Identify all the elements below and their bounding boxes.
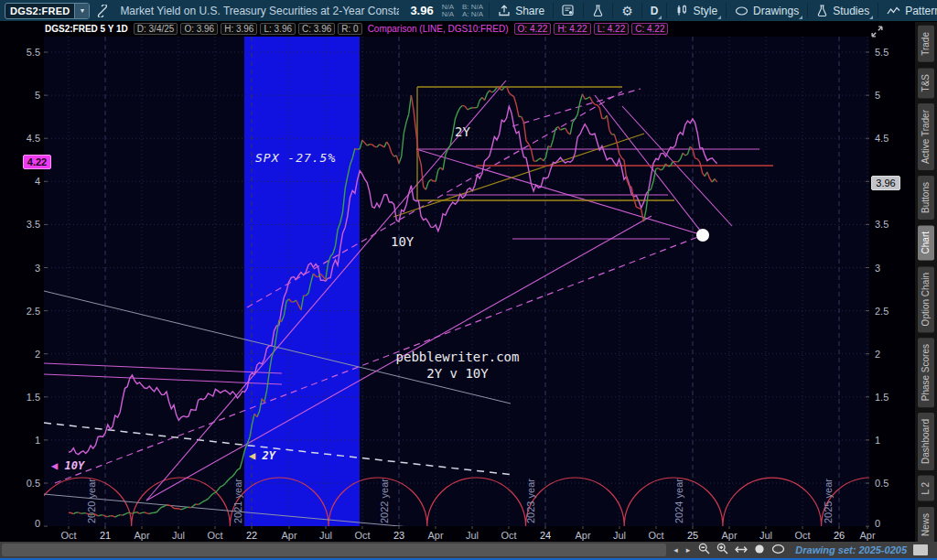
watermark-line2: 2Y v 10Y [393,365,522,382]
timeframe-dropdown[interactable]: D [648,3,662,19]
tab-trade[interactable]: Trade [918,26,934,62]
thinkorswim-chart-window: DGS2:FRED ▼ Market Yield on U.S. Treasur… [0,0,937,560]
pan-right-icon[interactable]: ▸ [686,545,693,555]
svg-text:Oct: Oct [354,530,370,541]
studies-dropdown[interactable]: Studies [813,3,872,19]
price-chart[interactable]: 2020 year2021 year2022 year2023 year2024… [0,22,915,560]
svg-text:2.5: 2.5 [27,306,40,317]
svg-text:2024 year: 2024 year [673,479,684,523]
svg-text:Jul: Jul [613,530,626,541]
chart-symbol-title: DGS2:FRED 5 Y 1D [45,24,128,34]
tab-buttons[interactable]: Buttons [918,176,934,220]
svg-text:1: 1 [35,435,40,446]
svg-text:4.5: 4.5 [875,133,889,144]
svg-text:Apr: Apr [281,530,296,541]
watermark-line1: pebblewriter.com [393,349,522,365]
last-price-bubble: 3.96 [871,176,900,190]
filled-circle-icon[interactable] [754,542,765,558]
last-price: 3.96 [410,4,433,17]
tab-news[interactable]: News [918,507,934,543]
svg-text:Oct: Oct [794,530,810,541]
svg-text:Apr: Apr [134,530,149,541]
status-corner-box [913,544,928,555]
svg-text:Apr: Apr [427,530,443,541]
svg-text:24: 24 [540,530,551,541]
svg-text:3.5: 3.5 [27,219,40,230]
svg-text:4: 4 [35,176,40,187]
svg-text:3.5: 3.5 [875,219,889,230]
style-dropdown[interactable]: Style [673,3,720,19]
maximize-chart-icon[interactable] [870,25,884,42]
svg-text:Apr: Apr [859,530,875,541]
zoom-out-icon[interactable] [698,542,710,558]
drawing-set-label[interactable]: Drawing set: 2025-0205 [795,544,907,555]
svg-text:4.5: 4.5 [27,133,40,144]
wave-pattern-icon [887,5,900,16]
tab-time-and-sales[interactable]: T&S [918,68,934,98]
change-values: N/AN/A [442,4,454,18]
svg-text:2021 year: 2021 year [232,479,243,523]
studies-flask-icon [816,5,828,17]
svg-text:0.5: 0.5 [875,478,889,489]
candlestick-icon [675,5,688,16]
economic-data-button[interactable] [559,3,577,18]
settings-button[interactable]: ⚙ [619,2,636,20]
svg-text:Oct: Oct [207,530,222,541]
horizontal-scrollbar-thumb[interactable] [2,544,666,556]
pebblewriter-watermark: pebblewriter.com 2Y v 10Y [393,349,522,382]
share-button[interactable]: Share [495,3,547,19]
comparison-high: H: 4.22 [554,23,590,35]
drawings-dropdown[interactable]: Drawings [732,3,802,19]
tab-active-trader[interactable]: Active Trader [918,103,934,170]
symbol-combo[interactable]: DGS2:FRED ▼ [5,3,90,19]
spx-decline-annotation: SPX -27.5% [255,151,336,165]
svg-text:2022 year: 2022 year [379,479,390,523]
right-tab-strip: Trade T&S Active Trader Buttons Chart Op… [915,22,937,542]
svg-text:Oct: Oct [501,530,516,541]
svg-text:Apr: Apr [721,530,737,541]
close-value: C: 3.96 [298,23,335,35]
tab-phase-scores[interactable]: Phase Scores [918,338,934,407]
svg-text:1.5: 1.5 [27,392,40,403]
svg-text:Jul: Jul [172,530,185,541]
svg-text:3: 3 [875,263,880,274]
comparison-open: O: 4.22 [514,23,552,35]
tab-chart[interactable]: Chart [918,225,934,260]
ellipse-outline-icon[interactable] [771,542,785,558]
svg-text:Jul: Jul [759,530,772,541]
gear-icon: ⚙ [621,4,633,18]
patterns-dropdown[interactable]: Patterns [884,3,937,19]
tab-option-chain[interactable]: Option Chain [918,266,934,332]
link-icon[interactable] [96,5,109,17]
svg-text:21: 21 [100,530,111,541]
symbol-description: Market Yield on U.S. Treasury Securities… [120,5,399,17]
svg-text:23: 23 [393,530,404,541]
svg-text:1: 1 [875,435,880,446]
tab-level2[interactable]: L 2 [918,476,934,501]
svg-text:2.5: 2.5 [875,306,889,317]
share-icon [498,5,511,16]
pan-left-icon[interactable]: ◂ [673,545,680,555]
svg-text:2020 year: 2020 year [86,479,97,523]
svg-text:25: 25 [687,530,698,541]
svg-text:Oct: Oct [60,530,76,541]
svg-text:0: 0 [35,518,40,529]
zoom-in-icon[interactable] [716,542,728,558]
svg-text:Jul: Jul [319,530,332,541]
comparison-low: L: 4.22 [594,23,630,35]
symbol-input[interactable]: DGS2:FRED [5,5,74,16]
svg-text:5.5: 5.5 [875,47,889,58]
symbol-dropdown-button[interactable]: ▼ [74,4,89,18]
open-value: O: 3.96 [180,23,218,35]
bottom-status-bar: ◂ ▸ Drawing set: 2025-0205 [0,542,937,558]
analysis-tools-button[interactable] [589,3,607,19]
two-year-series-label: 2Y [455,124,470,139]
date-value: D: 3/4/25 [134,23,178,35]
tab-dashboard[interactable]: Dashboard [918,413,934,470]
high-value: H: 3.96 [221,23,257,35]
range-value: R: 0 [338,23,361,35]
fit-width-icon[interactable] [735,542,748,558]
ellipse-icon [735,5,749,16]
svg-text:1.5: 1.5 [875,392,889,403]
svg-text:2023 year: 2023 year [525,479,536,523]
